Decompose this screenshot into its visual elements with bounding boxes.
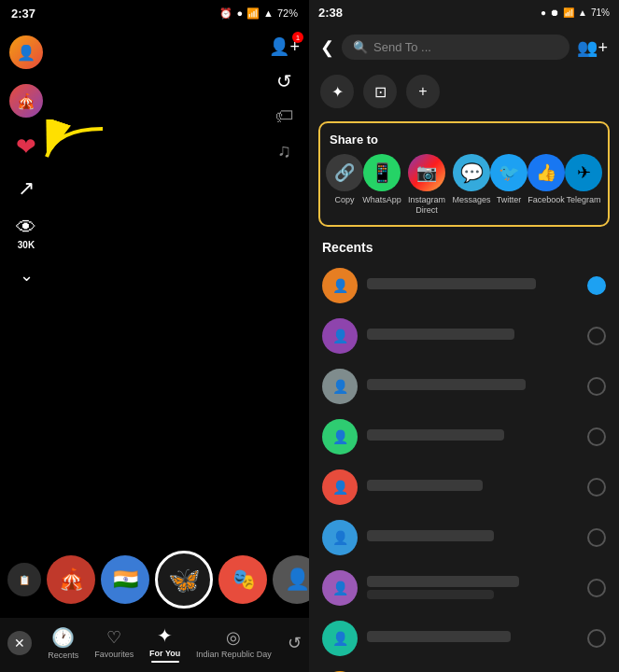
alarm-icon: ⏰	[219, 7, 232, 20]
repost-button[interactable]: ↺	[276, 70, 292, 92]
tag-icon: 🏷	[275, 105, 294, 127]
radio-3[interactable]	[587, 377, 606, 396]
recent-item-8[interactable]: 👤	[309, 613, 619, 664]
recent-avatar-4: 👤	[322, 419, 358, 455]
search-bar[interactable]: 🔍 Send To ...	[342, 35, 570, 60]
recent-item-4[interactable]: 👤	[309, 412, 619, 462]
search-icon: 🔍	[353, 40, 368, 54]
recent-name-8	[367, 631, 511, 642]
recent-item-9[interactable]: 👤	[309, 664, 619, 672]
radio-6[interactable]	[587, 528, 606, 547]
story-item-2[interactable]: 🇮🇳	[101, 555, 149, 604]
recent-item-5[interactable]: 👤	[309, 462, 619, 512]
recent-avatar-7: 👤	[322, 570, 358, 606]
notification-badge: 1	[292, 32, 303, 43]
recent-sub-7	[367, 590, 494, 599]
messages-icon: 💬	[453, 154, 490, 191]
telegram-label: Telegram	[566, 195, 600, 205]
recent-info-7	[367, 576, 578, 599]
radio-2[interactable]	[587, 327, 606, 345]
chevron-down-icon[interactable]: ⌄	[20, 265, 34, 286]
recent-info-6	[367, 530, 578, 544]
group-add-icon[interactable]: 👥+	[577, 37, 608, 58]
nav-item-republic-day[interactable]: ◎ Indian Republic Day	[196, 627, 272, 659]
telegram-icon: ✈	[565, 154, 602, 191]
refresh-icon: ↺	[288, 633, 302, 653]
recent-name-4	[367, 429, 504, 441]
snap-button[interactable]: ⊡	[363, 75, 397, 108]
signal-icon: ▲	[263, 7, 274, 19]
story-item-5[interactable]: 👤	[273, 555, 309, 604]
story-item-3-active[interactable]: 🦋	[155, 551, 213, 609]
instagram-label: Instagram Direct	[401, 195, 453, 216]
radio-1[interactable]	[587, 276, 606, 295]
nav-item-for-you[interactable]: ✦ For You	[149, 624, 180, 663]
share-telegram[interactable]: ✈ Telegram	[565, 154, 602, 205]
twitter-icon: 🐦	[490, 154, 528, 191]
recent-info-3	[367, 379, 578, 393]
battery-right: 71%	[591, 7, 610, 18]
radio-4[interactable]	[587, 427, 606, 446]
dot-icon-right: ●	[541, 7, 546, 18]
facebook-icon: 👍	[528, 154, 565, 191]
recents-icon: 🕐	[51, 626, 75, 649]
recent-item-2[interactable]: 👤	[309, 311, 619, 361]
recent-avatar-1: 👤	[322, 268, 358, 303]
recent-name-6	[367, 530, 494, 541]
story-item-0[interactable]: 📋	[7, 563, 41, 596]
search-placeholder: Send To ...	[373, 40, 431, 54]
share-facebook[interactable]: 👍 Facebook	[528, 154, 565, 205]
favourites-label: Favourites	[94, 650, 134, 659]
twitter-label: Twitter	[497, 195, 522, 205]
radio-7[interactable]	[587, 579, 606, 597]
instagram-icon: 📷	[408, 154, 445, 191]
recent-info-2	[367, 329, 578, 343]
share-instagram[interactable]: 📷 Instagram Direct	[401, 154, 453, 216]
share-sheet: ❮ 🔍 Send To ... 👥+ ✦ ⊡ + Share to 🔗 Copy	[309, 25, 619, 672]
back-chevron-icon[interactable]: ❮	[320, 37, 334, 58]
radio-8[interactable]	[587, 629, 606, 648]
republic-day-icon: ◎	[226, 627, 241, 648]
messages-label: Messages	[452, 195, 490, 205]
add-friend-button[interactable]: 👤+ 1	[269, 35, 300, 57]
status-icons-right: ● ⏺ 📶 ▲ 71%	[541, 7, 610, 18]
story-item-4[interactable]: 🎭	[218, 555, 267, 604]
recent-info-4	[367, 429, 578, 443]
recent-item-3[interactable]: 👤	[309, 361, 619, 412]
heart-icon[interactable]: ❤	[16, 133, 36, 161]
share-whatsapp[interactable]: 📱 WhatsApp	[363, 154, 401, 205]
republic-day-label: Indian Republic Day	[196, 650, 272, 659]
close-button[interactable]: ✕	[7, 631, 32, 655]
recent-name-2	[367, 329, 514, 340]
copy-label: Copy	[334, 195, 354, 205]
bottom-nav: ✕ 🕐 Recents ♡ Favourites ✦ For You ◎ Ind…	[0, 618, 309, 672]
recents-list: 👤 👤 👤 👤	[309, 260, 619, 672]
status-bar-left: 2:37 ⏰ ● 📶 ▲ 72%	[0, 0, 309, 26]
share-messages[interactable]: 💬 Messages	[453, 154, 490, 205]
views-count: 30K	[18, 240, 35, 250]
music-icon: ♫	[277, 140, 291, 161]
nav-item-recents[interactable]: 🕐 Recents	[48, 626, 78, 660]
add-button[interactable]: +	[406, 75, 440, 108]
recent-name-5	[367, 480, 483, 491]
nav-item-refresh[interactable]: ↺	[288, 633, 302, 653]
status-icons-left: ⏰ ● 📶 ▲ 72%	[219, 7, 298, 20]
recent-avatar-2: 👤	[322, 318, 358, 354]
story-item-1[interactable]: 🎪	[47, 555, 95, 604]
nav-item-favourites[interactable]: ♡ Favourites	[94, 627, 134, 659]
recent-item-7[interactable]: 👤	[309, 563, 619, 613]
for-you-icon: ✦	[157, 624, 173, 647]
sticker-button[interactable]: ✦	[320, 75, 354, 108]
recent-avatar-8: 👤	[322, 621, 358, 656]
record-icon: ⏺	[550, 7, 559, 18]
right-side-icons: 👤+ 1 ↺ 🏷 ♫	[269, 35, 300, 161]
recent-item-1[interactable]: 👤	[309, 260, 619, 311]
recent-info-1	[367, 278, 578, 292]
status-bar-right: 2:38 ● ⏺ 📶 ▲ 71%	[309, 0, 619, 25]
wifi-icon-right: 📶	[563, 7, 574, 18]
recent-item-6[interactable]: 👤	[309, 512, 619, 563]
share-copy[interactable]: 🔗 Copy	[326, 154, 363, 205]
share-icon[interactable]: ↗	[18, 176, 35, 201]
radio-5[interactable]	[587, 478, 606, 497]
share-twitter[interactable]: 🐦 Twitter	[490, 154, 528, 205]
